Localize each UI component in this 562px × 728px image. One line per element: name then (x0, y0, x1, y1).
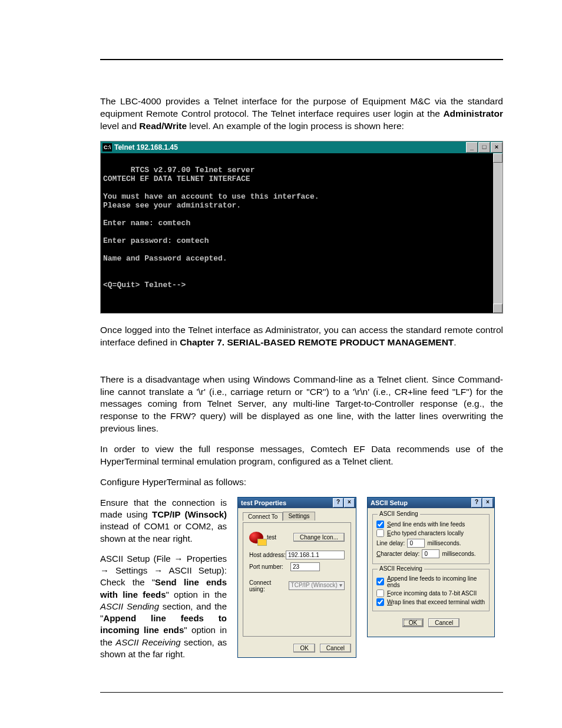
char-delay-unit: milliseconds. (442, 551, 475, 557)
step-1: Ensure that the connection is made using… (100, 497, 227, 545)
ascii-sending-legend: ASCII Sending (378, 510, 420, 517)
connection-name: test (267, 534, 276, 541)
telnet-window: C:\ Telnet 192.168.1.45 _ □ × RTCS v2.97… (100, 141, 503, 314)
connection-icon (249, 532, 263, 543)
ascii-receiving-legend: ASCII Receiving (378, 565, 424, 572)
after-telnet-b: . (454, 337, 456, 347)
line-delay-label: Line delay: (376, 540, 405, 546)
intro-text-c: level. An example of the login process i… (187, 121, 404, 131)
scroll-down-icon[interactable]: ▼ (493, 304, 503, 313)
close-button[interactable]: × (482, 498, 493, 508)
s2-it2: ASCII Receiving (115, 637, 180, 647)
tabs: Connect To Settings (243, 512, 351, 521)
char-delay-input[interactable] (422, 549, 439, 558)
append-checkbox[interactable]: Append line feeds to incoming line ends (376, 575, 485, 588)
s1-b: TCP/IP (Winsock) (152, 509, 227, 519)
configure-line: Configure HyperTerminal as follows: (100, 476, 503, 489)
s2-b: Properties (183, 554, 227, 564)
send-line-ends-checkbox[interactable]: SSend line ends with line feedsend line … (376, 521, 485, 528)
ascii-setup-dialog: ASCII Setup ? × ASCII Sending SSend line… (367, 497, 495, 637)
intro-text-b: level and (100, 121, 139, 131)
cancel-button[interactable]: Cancel (320, 644, 351, 653)
line-delay-unit: milliseconds. (427, 540, 461, 546)
cmd-icon: C:\ (103, 143, 112, 151)
telnet-text: RTCS v2.97.00 Telnet server COMTECH EF D… (103, 166, 319, 289)
connect-to-panel: test Change Icon... Host address: Port n… (243, 522, 351, 637)
arrow-icon-3: → (154, 565, 163, 575)
ok-button[interactable]: OK (293, 644, 315, 653)
telnet-scrollbar[interactable]: ▲ ▼ (493, 153, 503, 313)
arrow-icon-2: → (100, 565, 109, 575)
force7-input[interactable] (376, 589, 384, 597)
append-input[interactable] (376, 578, 384, 585)
connect-using-select[interactable]: TCP/IP (Winsock) ▾ (289, 581, 345, 590)
disadvantage-paragraph: There is a disadvantage when using Windo… (100, 374, 503, 436)
minimize-button[interactable]: _ (466, 142, 478, 153)
tab-connect-to[interactable]: Connect To (243, 512, 283, 521)
echo-checkbox[interactable]: Echo typed characters locally (376, 529, 485, 537)
send-line-ends-input[interactable] (376, 521, 384, 528)
telnet-title: Telnet 192.168.1.45 (114, 143, 465, 151)
intro-admin: Administrator (443, 108, 503, 118)
arrow-icon: → (174, 554, 183, 564)
s2-e: " option in the (166, 589, 227, 599)
cancel-button[interactable]: Cancel (428, 618, 459, 627)
port-number-input[interactable] (290, 562, 320, 571)
change-icon-button[interactable]: Change Icon... (293, 533, 345, 542)
chapter-ref: Chapter 7. SERIAL-BASED REMOTE PRODUCT M… (180, 337, 454, 347)
intro-paragraph: The LBC-4000 provides a Telnet interface… (100, 95, 503, 133)
close-button[interactable]: × (344, 498, 355, 508)
port-number-label: Port number: (249, 564, 290, 570)
chevron-down-icon: ▾ (339, 582, 342, 588)
s2-c: Settings (109, 565, 154, 575)
line-delay-input[interactable] (407, 539, 425, 548)
columns: Ensure that the connection is made using… (100, 497, 503, 668)
steps-column: Ensure that the connection is made using… (100, 497, 227, 668)
help-button[interactable]: ? (471, 498, 482, 508)
connect-using-label: Connect using: (249, 579, 289, 592)
properties-title: test Properties (241, 499, 332, 506)
echo-input[interactable] (376, 529, 384, 537)
top-rule (100, 59, 503, 60)
properties-dialog: test Properties ? × Connect To Settings … (237, 497, 356, 658)
maximize-button[interactable]: □ (478, 142, 490, 153)
scroll-up-icon[interactable]: ▲ (493, 153, 503, 163)
ascii-title: ASCII Setup (371, 499, 471, 506)
after-telnet-paragraph: Once logged into the Telnet interface as… (100, 324, 503, 349)
force7-checkbox[interactable]: Force incoming data to 7-bit ASCII (376, 589, 485, 597)
wrap-input[interactable] (376, 598, 384, 606)
ascii-titlebar: ASCII Setup ? × (368, 498, 494, 508)
properties-titlebar: test Properties ? × (238, 498, 356, 508)
telnet-titlebar: C:\ Telnet 192.168.1.45 _ □ × (101, 141, 503, 153)
host-address-label: Host address: (249, 552, 286, 558)
step-2: ASCII Setup (File → Properties → Setting… (100, 553, 227, 660)
recommend-paragraph: In order to view the full response messa… (100, 443, 503, 468)
ok-button[interactable]: OK (402, 618, 424, 627)
ascii-receiving-group: ASCII Receiving Append line feeds to inc… (372, 569, 490, 611)
s2-it1: ASCII Sending (100, 601, 159, 611)
close-button[interactable]: × (491, 142, 503, 153)
connect-using-value: TCP/IP (Winsock) (291, 582, 338, 588)
telnet-body: RTCS v2.97.00 Telnet server COMTECH EF D… (101, 153, 503, 313)
s2-a: ASCII Setup (File (100, 554, 174, 564)
ascii-sending-group: ASCII Sending SSend line ends with line … (372, 514, 490, 564)
host-address-input[interactable] (286, 551, 345, 559)
intro-rw: Read/Write (139, 121, 187, 131)
bottom-rule (100, 692, 503, 693)
help-button[interactable]: ? (333, 498, 343, 508)
s1-c: instead of COM1 or COM2, as shown at the… (100, 521, 227, 543)
tab-settings[interactable]: Settings (283, 512, 315, 521)
wrap-checkbox[interactable]: Wrap lines that exceed terminal width (376, 598, 485, 606)
